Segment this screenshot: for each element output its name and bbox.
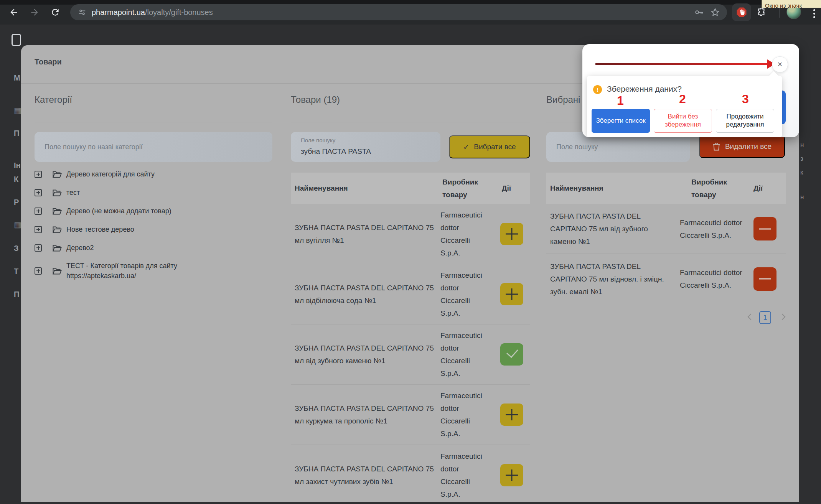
tree-item-label[interactable]: Дерево2 xyxy=(66,243,94,253)
tree-item[interactable]: Нове тестове дерево xyxy=(35,220,272,239)
sidebar-grid-icon: ▦ xyxy=(14,220,21,229)
annotation-number-3: 3 xyxy=(742,92,749,106)
url-domain: pharmapoint.ua xyxy=(92,8,145,16)
tree-item[interactable]: тест xyxy=(35,183,272,202)
annotation-arrow xyxy=(595,63,769,65)
site-settings-icon[interactable] xyxy=(78,8,86,16)
folder-icon xyxy=(53,267,62,275)
column-header-manufacturer: Виробник товару xyxy=(442,176,492,201)
table-row: ЗУБНА ПАСТА PASTA DEL CAPITANO 75 мл від… xyxy=(291,324,530,385)
close-icon[interactable]: × xyxy=(772,56,788,72)
expand-plus-icon[interactable] xyxy=(35,267,42,275)
products-search-value: зубна ПАСТА PASTA xyxy=(301,147,371,156)
expand-plus-icon[interactable] xyxy=(35,244,42,252)
selected-table: ЗУБНА ПАСТА PASTA DEL CAPITANO 75 мл від… xyxy=(546,204,786,304)
products-search-label: Поле пошуку xyxy=(301,137,335,143)
tree-item[interactable]: Дерево категорій для сайту xyxy=(35,165,272,183)
address-bar[interactable]: pharmapoint.ua/loyalty/gift-bonuses xyxy=(70,4,727,20)
page-number[interactable]: 1 xyxy=(759,311,771,324)
product-name: ЗУБНА ПАСТА PASTA DEL CAPITANO 75 мл від… xyxy=(546,260,673,298)
tree-item-label[interactable]: Нове тестове дерево xyxy=(66,224,134,234)
page-text-fragment: н xyxy=(800,141,819,149)
folder-icon xyxy=(53,226,62,233)
prev-page-icon[interactable] xyxy=(748,314,754,320)
browser-toolbar: pharmapoint.ua/loyalty/gift-bonuses xyxy=(0,0,821,25)
password-key-icon[interactable] xyxy=(694,7,704,17)
product-name: ЗУБНА ПАСТА PASTA DEL CAPITANO 75 мл кур… xyxy=(291,402,440,427)
product-name: ЗУБНА ПАСТА PASTA DEL CAPITANO 75 мл зах… xyxy=(291,463,440,488)
browser-menu-icon[interactable] xyxy=(813,8,816,20)
tree-item-label[interactable]: Дерево категорій для сайту xyxy=(66,169,155,179)
select-all-button[interactable]: ✓ Вибрати все xyxy=(449,135,530,158)
categories-tree: Дерево категорій для сайту тест Дерево (… xyxy=(35,165,272,285)
save-confirmation-popover: ! Збереження даних? 1 2 3 Зберегти списо… xyxy=(587,76,782,137)
table-row: ЗУБНА ПАСТА PASTA DEL CAPITANO 75 мл зах… xyxy=(291,445,530,502)
column-divider xyxy=(284,88,284,502)
sidebar-document-icon xyxy=(12,34,21,46)
remove-product-button[interactable] xyxy=(753,217,776,240)
delete-all-label: Видалити все xyxy=(725,142,772,151)
continue-editing-button[interactable]: Продовжити редагування xyxy=(716,109,774,133)
column-header-actions: Дії xyxy=(753,182,763,194)
tree-item[interactable]: ТЕСТ - Категорії товарів для сайту https… xyxy=(35,257,272,285)
page-text-fragment: н xyxy=(800,193,819,201)
column-divider xyxy=(538,88,538,502)
product-name: ЗУБНА ПАСТА PASTA DEL CAPITANO 75 мл від… xyxy=(291,282,440,307)
add-product-button[interactable] xyxy=(500,283,523,305)
trash-icon xyxy=(712,142,720,151)
products-search-input[interactable]: Поле пошуку зубна ПАСТА PASTA xyxy=(291,132,440,162)
annotation-number-2: 2 xyxy=(679,92,686,106)
product-name: ЗУБНА ПАСТА PASTA DEL CAPITANO 75 мл від… xyxy=(291,342,440,367)
tree-item[interactable]: Дерево2 xyxy=(35,239,272,257)
add-product-button[interactable] xyxy=(500,464,523,486)
url-path: /loyalty/gift-bonuses xyxy=(145,8,213,16)
modal-title: Товари xyxy=(35,58,62,66)
product-added-button[interactable] xyxy=(500,343,523,366)
bookmark-star-icon[interactable] xyxy=(710,7,720,17)
reload-icon[interactable] xyxy=(48,5,62,19)
expand-plus-icon[interactable] xyxy=(35,226,42,233)
categories-search-input[interactable]: Поле пошуку по назві категорії xyxy=(35,132,272,162)
remove-product-button[interactable] xyxy=(753,267,776,291)
check-icon: ✓ xyxy=(463,143,469,152)
warning-icon: ! xyxy=(593,85,602,94)
tree-item-label[interactable]: тест xyxy=(66,188,80,198)
expand-plus-icon[interactable] xyxy=(35,171,42,178)
tree-item-label[interactable]: ТЕСТ - Категорії товарів для сайту xyxy=(66,261,177,271)
table-row: ЗУБНА ПАСТА PASTA DEL CAPITANO 75 мл від… xyxy=(546,254,786,304)
forward-icon[interactable] xyxy=(28,5,41,19)
popover-question: Збереження даних? xyxy=(607,84,682,94)
annotation-number-1: 1 xyxy=(617,94,624,108)
product-manufacturer: Farmaceutici dottor Ciccarelli S.p.A. xyxy=(680,266,745,292)
add-product-button[interactable] xyxy=(500,404,523,426)
next-page-icon[interactable] xyxy=(779,314,786,320)
column-header-actions: Дії xyxy=(502,182,511,194)
table-row: ЗУБНА ПАСТА PASTA DEL CAPITANO 75 мл від… xyxy=(546,204,786,254)
product-manufacturer: Farmaceutici dottor Ciccarelli S.p.A. xyxy=(440,329,490,380)
product-manufacturer: Farmaceutici dottor Ciccarelli S.p.A. xyxy=(440,269,490,320)
add-product-button[interactable] xyxy=(500,223,523,245)
tree-item-url[interactable]: https://aptekaskarb.ua/ xyxy=(66,271,177,281)
back-icon[interactable] xyxy=(7,5,21,19)
divider xyxy=(291,122,530,122)
divider xyxy=(35,122,272,122)
product-manufacturer: Farmaceutici dottor Ciccarelli S.p.A. xyxy=(440,389,490,440)
categories-heading: Категорії xyxy=(35,94,72,105)
delete-all-button[interactable]: Видалити все xyxy=(699,135,785,158)
products-heading: Товари (19) xyxy=(291,94,340,105)
table-row: ЗУБНА ПАСТА PASTA DEL CAPITANO 75 мл від… xyxy=(291,264,530,324)
url-text: pharmapoint.ua/loyalty/gift-bonuses xyxy=(92,8,213,17)
expand-plus-icon[interactable] xyxy=(35,189,42,196)
select-all-label: Вибрати все xyxy=(474,143,516,151)
page-text-fragment: к xyxy=(800,169,819,176)
save-list-button[interactable]: Зберегти список xyxy=(592,109,650,133)
exit-without-saving-button[interactable]: Вийти без збереження xyxy=(654,109,712,133)
categories-search-placeholder: Поле пошуку по назві категорії xyxy=(45,143,143,151)
adblock-extension-icon[interactable] xyxy=(732,3,751,21)
product-manufacturer: Farmaceutici dottor Ciccarelli S.p.A. xyxy=(440,450,490,501)
expand-plus-icon[interactable] xyxy=(35,208,42,215)
column-header-name: Найменування xyxy=(295,182,348,194)
folder-icon xyxy=(53,208,62,215)
tree-item[interactable]: Дерево (не можна додати товар) xyxy=(35,202,272,220)
tree-item-label[interactable]: Дерево (не можна додати товар) xyxy=(66,206,171,216)
